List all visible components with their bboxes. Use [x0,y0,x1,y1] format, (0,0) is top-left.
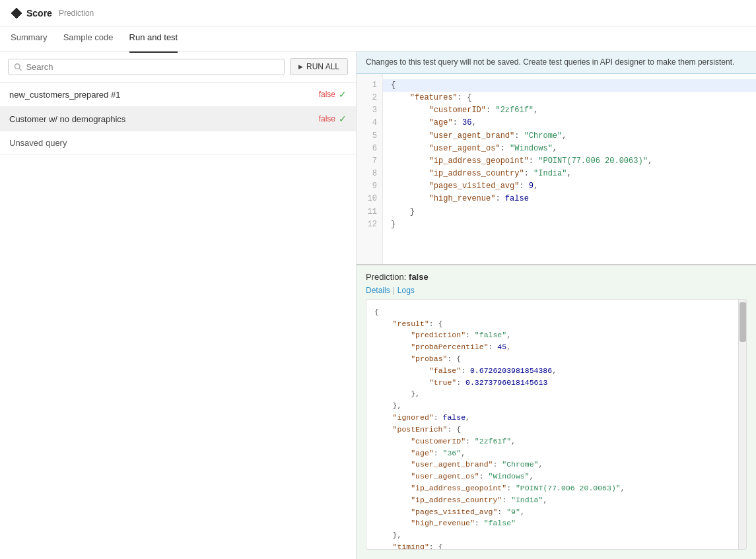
query-name-1: new_customers_prepared #1 [9,90,120,100]
result-scrollbar[interactable] [738,300,746,549]
search-bar: ▶ RUN ALL [0,51,356,82]
prediction-panel: Prediction: false Details | Logs { "resu… [357,265,756,559]
search-icon [14,63,22,71]
result-box[interactable]: { "result": { "prediction": "false", "pr… [366,299,747,550]
pred-tab-logs[interactable]: Logs [397,286,415,295]
run-all-button[interactable]: ▶ RUN ALL [290,58,348,75]
svg-marker-0 [11,8,22,18]
query-list: new_customers_prepared #1 false ✓ Custom… [0,82,356,559]
run-all-label: RUN ALL [306,62,339,71]
app-title: Score [26,8,52,18]
prediction-tab-bar: Details | Logs [357,286,756,299]
query-item-2[interactable]: Customer w/ no demographics false ✓ [0,107,356,131]
tab-summary[interactable]: Summary [11,25,48,53]
search-input[interactable] [26,62,279,72]
tab-bar: Summary Sample code Run and test [0,26,756,51]
search-input-wrapper[interactable] [8,59,285,75]
app-logo: Score Prediction [11,7,94,19]
tab-run-and-test[interactable]: Run and test [129,25,178,53]
line-numbers: 1234 5678 9101112 [357,74,383,264]
play-icon: ▶ [298,63,303,70]
info-banner-text: Changes to this test query will not be s… [366,57,734,67]
status-false-1: false [319,90,335,99]
svg-line-2 [19,68,21,70]
scrollbar-thumb[interactable] [739,302,746,342]
code-content[interactable]: { "features": { "customerID": "2zf61f", … [383,74,756,264]
pred-tab-details[interactable]: Details [366,286,390,295]
unsaved-query-item[interactable]: Unsaved query [0,131,356,155]
app-subtitle: Prediction [59,9,94,18]
status-check-1: ✓ [339,89,347,100]
prediction-value: false [409,272,429,282]
result-content[interactable]: { "result": { "prediction": "false", "pr… [366,300,738,549]
pred-tab-separator: | [393,286,395,295]
status-check-2: ✓ [339,114,347,124]
main-layout: ▶ RUN ALL new_customers_prepared #1 fals… [0,51,756,559]
diamond-icon [11,7,22,19]
tab-sample-code[interactable]: Sample code [63,25,114,53]
right-panel: Changes to this test query will not be s… [357,51,756,559]
info-banner: Changes to this test query will not be s… [357,51,756,74]
status-false-2: false [319,114,335,123]
query-status-1: false ✓ [319,89,347,100]
unsaved-query-label: Unsaved query [9,138,67,148]
prediction-header: Prediction: false [357,265,756,286]
app-header: Score Prediction [0,0,756,26]
query-status-2: false ✓ [319,114,347,124]
left-panel: ▶ RUN ALL new_customers_prepared #1 fals… [0,51,357,559]
query-name-2: Customer w/ no demographics [9,114,125,124]
query-item-1[interactable]: new_customers_prepared #1 false ✓ [0,82,356,107]
prediction-label: Prediction: [366,272,409,282]
svg-point-1 [15,63,20,69]
code-editor[interactable]: 1234 5678 9101112 { "features": { "custo… [357,74,756,265]
